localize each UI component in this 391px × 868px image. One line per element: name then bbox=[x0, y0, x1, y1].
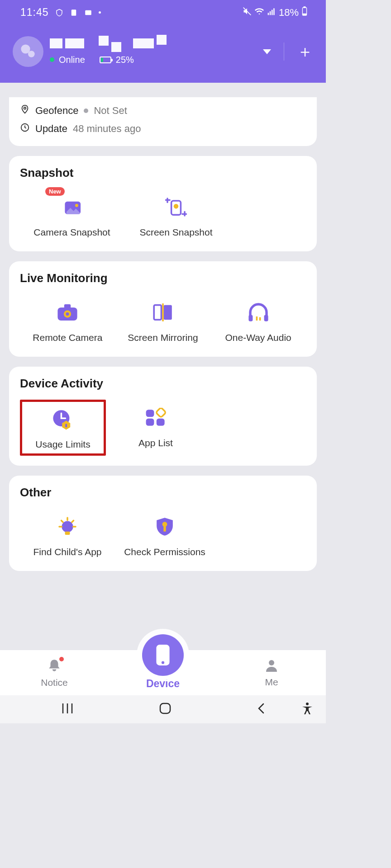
geofence-pin-icon bbox=[20, 104, 30, 117]
screen-snapshot-icon bbox=[162, 193, 190, 221]
svg-point-46 bbox=[306, 703, 309, 705]
svg-rect-6 bbox=[273, 8, 275, 15]
svg-rect-0 bbox=[71, 9, 76, 16]
mirror-icon bbox=[149, 299, 176, 326]
add-device-button[interactable]: ＋ bbox=[297, 41, 313, 63]
mute-icon bbox=[243, 7, 252, 19]
svg-rect-28 bbox=[259, 317, 261, 321]
svg-point-15 bbox=[75, 204, 78, 207]
sd-card-icon bbox=[70, 9, 78, 17]
svg-rect-25 bbox=[248, 315, 253, 321]
nav-me[interactable]: Me bbox=[217, 658, 326, 688]
check-permissions-button[interactable]: Check Permissions bbox=[115, 509, 215, 561]
svg-rect-8 bbox=[304, 6, 305, 7]
svg-point-41 bbox=[269, 660, 274, 665]
device-battery-icon bbox=[100, 57, 111, 63]
find-childs-app-button[interactable]: Find Child's App bbox=[20, 509, 115, 561]
live-monitoring-card: Live Monitoring Remote Camera Screen Mir… bbox=[9, 261, 317, 357]
svg-rect-26 bbox=[264, 315, 268, 321]
bell-icon bbox=[47, 658, 62, 675]
one-way-audio-label: One-Way Audio bbox=[225, 332, 291, 343]
home-button[interactable] bbox=[159, 702, 172, 717]
find-childs-app-label: Find Child's App bbox=[33, 547, 101, 557]
wifi-icon bbox=[254, 6, 264, 19]
svg-rect-1 bbox=[85, 10, 91, 15]
remote-camera-button[interactable]: Remote Camera bbox=[20, 294, 115, 347]
headphones-icon bbox=[245, 299, 272, 326]
svg-point-12 bbox=[24, 107, 26, 109]
camera-snapshot-icon bbox=[58, 193, 86, 221]
svg-point-40 bbox=[162, 661, 164, 664]
svg-rect-33 bbox=[146, 419, 154, 426]
lightbulb-icon bbox=[54, 513, 81, 540]
more-notifications-dot bbox=[99, 11, 101, 14]
avatar[interactable] bbox=[13, 36, 43, 67]
svg-rect-34 bbox=[156, 408, 166, 418]
device-activity-title: Device Activity bbox=[20, 377, 306, 391]
svg-rect-4 bbox=[270, 11, 271, 15]
device-info-card: Geofence Not Set Update 48 minutes ago bbox=[9, 97, 317, 146]
nav-notice-label: Notice bbox=[41, 677, 68, 688]
geofence-label: Geofence bbox=[35, 105, 78, 117]
svg-rect-38 bbox=[163, 526, 166, 532]
android-system-nav bbox=[0, 695, 326, 723]
update-row[interactable]: Update 48 minutes ago bbox=[20, 120, 306, 138]
usage-limits-icon bbox=[49, 406, 76, 433]
screen-mirroring-button[interactable]: Screen Mirroring bbox=[115, 294, 211, 347]
battery-icon bbox=[301, 6, 308, 19]
person-icon bbox=[264, 658, 279, 675]
svg-rect-3 bbox=[268, 13, 269, 15]
other-title: Other bbox=[20, 486, 306, 500]
profile-header: Online 25% ＋ bbox=[0, 25, 326, 83]
status-time: 11:45 bbox=[20, 6, 49, 19]
chevron-down-icon[interactable] bbox=[263, 49, 271, 54]
clock-icon bbox=[20, 123, 30, 135]
svg-rect-32 bbox=[157, 419, 165, 426]
one-way-audio-button[interactable]: One-Way Audio bbox=[210, 294, 306, 347]
accessibility-button[interactable] bbox=[301, 702, 313, 717]
main-content: Geofence Not Set Update 48 minutes ago S… bbox=[0, 97, 326, 669]
svg-point-17 bbox=[174, 204, 178, 208]
svg-point-11 bbox=[28, 51, 35, 57]
device-battery-pct: 25% bbox=[116, 55, 134, 65]
nav-notice[interactable]: Notice bbox=[0, 658, 109, 688]
svg-rect-9 bbox=[303, 14, 306, 15]
check-permissions-label: Check Permissions bbox=[124, 547, 205, 557]
update-value: 48 minutes ago bbox=[73, 123, 141, 135]
app-list-label: App List bbox=[138, 438, 173, 448]
screen-snapshot-button[interactable]: Screen Snapshot bbox=[124, 189, 228, 241]
nav-device-label: Device bbox=[146, 678, 180, 690]
other-card: Other Find Child's App Check Permissions bbox=[9, 476, 317, 571]
bottom-nav: Notice Device Me bbox=[0, 650, 326, 695]
svg-rect-19 bbox=[64, 304, 71, 308]
svg-rect-27 bbox=[256, 316, 257, 321]
nav-device[interactable]: Device bbox=[109, 656, 217, 690]
status-battery-pct: 18% bbox=[279, 7, 299, 19]
android-status-bar: 11:45 18% bbox=[0, 0, 326, 25]
svg-rect-36 bbox=[65, 532, 70, 535]
svg-rect-45 bbox=[160, 703, 170, 713]
signal-icon bbox=[267, 7, 276, 19]
geofence-row[interactable]: Geofence Not Set bbox=[20, 102, 306, 120]
app-list-icon bbox=[142, 404, 169, 431]
device-activity-card: Device Activity Usage Limits App List bbox=[9, 367, 317, 466]
status-dot-icon bbox=[84, 108, 88, 113]
svg-rect-22 bbox=[154, 305, 161, 320]
camera-snapshot-button[interactable]: New Camera Snapshot bbox=[20, 189, 124, 241]
svg-rect-5 bbox=[272, 9, 273, 15]
svg-point-21 bbox=[66, 312, 69, 316]
app-list-button[interactable]: App List bbox=[106, 400, 205, 456]
camera-snapshot-label: Camera Snapshot bbox=[33, 227, 110, 238]
remote-camera-label: Remote Camera bbox=[33, 332, 102, 343]
nav-me-label: Me bbox=[265, 677, 278, 688]
image-icon bbox=[84, 9, 92, 17]
usage-limits-label: Usage Limits bbox=[35, 439, 90, 450]
svg-rect-30 bbox=[65, 424, 67, 427]
recents-button[interactable] bbox=[61, 703, 74, 716]
back-button[interactable] bbox=[256, 702, 265, 717]
geofence-value: Not Set bbox=[94, 105, 127, 117]
header-divider bbox=[284, 42, 284, 61]
usage-limits-button[interactable]: Usage Limits bbox=[20, 400, 106, 456]
update-label: Update bbox=[35, 123, 67, 135]
svg-rect-31 bbox=[146, 410, 154, 417]
